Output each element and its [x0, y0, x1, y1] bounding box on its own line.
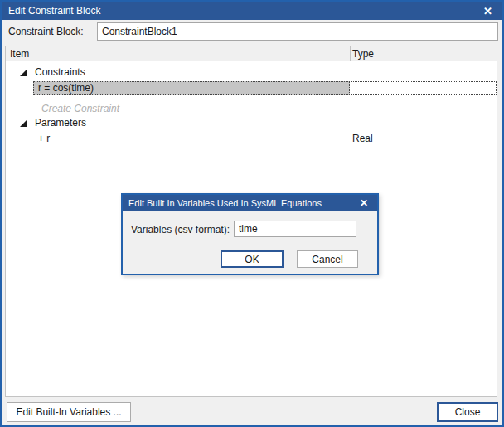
- ok-button-label: OK: [245, 254, 259, 265]
- tree-row-parameters[interactable]: Parameters: [6, 116, 496, 129]
- selected-constraint-cell[interactable]: r = cos(time): [33, 81, 350, 95]
- modal-title: Edit Built In Variables Used In SysML Eq…: [128, 198, 322, 208]
- constraint-block-label: Constraint Block:: [8, 26, 84, 37]
- edit-builtin-variables-button-label: Edit Built-In Variables ...: [16, 406, 121, 418]
- edit-builtin-variables-dialog: Edit Built In Variables Used In SysML Eq…: [121, 193, 379, 275]
- cancel-button[interactable]: Cancel: [297, 250, 358, 268]
- dialog-title: Edit Constraint Block: [8, 5, 100, 17]
- screen: Edit Constraint Block ✕ Constraint Block…: [0, 0, 504, 427]
- close-button-label: Close: [455, 406, 481, 418]
- parameter-name: + r: [38, 133, 50, 144]
- close-button[interactable]: Close: [437, 402, 498, 422]
- tree-row-label: Constraints: [35, 66, 85, 78]
- edit-constraint-block-dialog: Edit Constraint Block ✕ Constraint Block…: [0, 0, 504, 427]
- variables-label: Variables (csv format):: [131, 224, 230, 235]
- tree-row-constraints[interactable]: Constraints: [6, 66, 496, 79]
- constraint-expression: r = cos(time): [38, 82, 94, 94]
- column-divider: [350, 46, 351, 61]
- parameter-type: Real: [352, 133, 373, 144]
- edit-builtin-variables-button[interactable]: Edit Built-In Variables ...: [7, 402, 131, 422]
- tree-row-constraint-selected: r = cos(time): [6, 81, 496, 95]
- expanded-triangle-icon[interactable]: [20, 119, 27, 127]
- tree-row-create-constraint[interactable]: Create Constraint: [6, 102, 496, 115]
- ok-button[interactable]: OK: [220, 250, 284, 268]
- cancel-button-label: Cancel: [312, 254, 342, 265]
- dialog-titlebar: Edit Constraint Block ✕: [2, 2, 502, 20]
- modal-titlebar: Edit Built In Variables Used In SysML Eq…: [123, 195, 377, 211]
- variables-input[interactable]: [234, 221, 356, 237]
- tree-row-parameter-r[interactable]: + r Real: [6, 132, 496, 145]
- table-header: Item Type: [6, 46, 497, 61]
- column-header-item: Item: [10, 46, 29, 61]
- close-icon[interactable]: ✕: [480, 5, 496, 17]
- constraint-block-input[interactable]: [97, 22, 498, 41]
- selected-constraint-type-cell[interactable]: [351, 81, 497, 95]
- modal-close-icon[interactable]: ✕: [356, 197, 371, 209]
- tree-row-label: Parameters: [35, 117, 86, 129]
- expanded-triangle-icon[interactable]: [20, 69, 27, 76]
- column-header-type: Type: [352, 46, 374, 61]
- create-constraint-label: Create Constraint: [41, 103, 119, 114]
